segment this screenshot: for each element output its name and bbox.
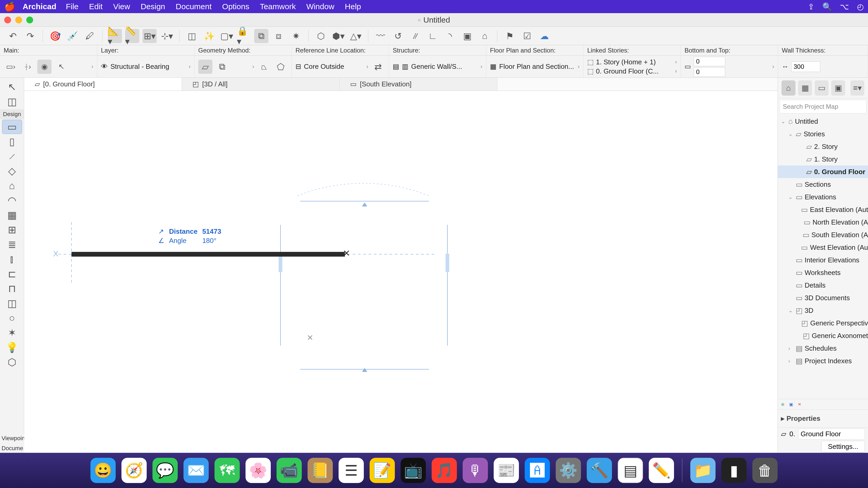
spotlight-icon[interactable]: 🔍 bbox=[822, 2, 832, 11]
tree-interior-elevations[interactable]: ▭Interior Elevations bbox=[778, 254, 868, 266]
geometry-poly-icon[interactable]: ⬠ bbox=[274, 60, 288, 74]
upload-icon[interactable]: ⇪ bbox=[808, 2, 814, 11]
dock-settings[interactable]: ⚙️ bbox=[556, 458, 581, 483]
menu-help[interactable]: Help bbox=[345, 2, 361, 11]
fp-section-selector[interactable]: ▦ Floor Plan and Section... › bbox=[486, 56, 584, 77]
flip-icon[interactable]: ⇄ bbox=[371, 60, 385, 74]
redo-icon[interactable]: ↷ bbox=[23, 29, 37, 43]
dock-news[interactable]: 📰 bbox=[494, 458, 519, 483]
home-icon[interactable]: ⌂ bbox=[478, 29, 492, 43]
object-tool[interactable]: ✶ bbox=[2, 326, 22, 340]
chevron-right-icon[interactable]: › bbox=[772, 63, 774, 70]
tree-worksheets[interactable]: ▭Worksheets bbox=[778, 266, 868, 279]
dock-mail[interactable]: ✉️ bbox=[184, 458, 209, 483]
flag-icon[interactable]: ⚑ bbox=[503, 29, 517, 43]
window-tool[interactable]: ⊓ bbox=[2, 282, 22, 296]
arrow-tool[interactable]: ↖ bbox=[2, 80, 22, 94]
hex-dropdown-icon[interactable]: ⬢▾ bbox=[331, 29, 345, 43]
wall-mode-icon[interactable]: ▭› bbox=[4, 60, 18, 74]
tree-sections[interactable]: ▭Sections bbox=[778, 178, 868, 191]
roof-tool[interactable]: ⌂ bbox=[2, 178, 22, 193]
dock-notes[interactable]: 📝 bbox=[370, 458, 395, 483]
menu-view[interactable]: View bbox=[113, 2, 130, 11]
suspend-groups-icon[interactable]: ⧉ bbox=[254, 29, 269, 43]
wall-tool[interactable]: ▭ bbox=[2, 120, 22, 134]
morph-tool[interactable]: ⬡ bbox=[2, 355, 22, 369]
wall-segment-icon[interactable]: ⟊› bbox=[21, 60, 35, 74]
tree-schedules[interactable]: ›▤Schedules bbox=[778, 342, 868, 355]
menu-file[interactable]: File bbox=[66, 2, 78, 11]
tree-project-indexes[interactable]: ›▤Project Indexes bbox=[778, 355, 868, 367]
pointer-icon[interactable]: ↖ bbox=[54, 60, 68, 74]
tree-3d-documents[interactable]: ▭3D Documents bbox=[778, 292, 868, 304]
dock-music[interactable]: 🎵 bbox=[432, 458, 457, 483]
menu-design[interactable]: Design bbox=[141, 2, 165, 11]
brush-icon[interactable]: 🖊 bbox=[83, 29, 97, 43]
slab-tool[interactable]: ◇ bbox=[2, 164, 22, 178]
viewpoint-name[interactable]: Ground Floor bbox=[798, 429, 865, 440]
split-icon[interactable]: ⫽ bbox=[408, 29, 423, 43]
control-center-icon[interactable]: ⌥ bbox=[840, 2, 849, 11]
tab-south-elevation[interactable]: ▭ [South Elevation] bbox=[340, 78, 497, 91]
mesh-tool[interactable]: ▦ bbox=[2, 208, 22, 222]
tree-3d[interactable]: ⌄◰3D bbox=[778, 304, 868, 317]
railing-tool[interactable]: ⫿ bbox=[2, 252, 22, 266]
picker-icon[interactable]: 🎯 bbox=[48, 29, 62, 43]
tree-axonometry[interactable]: ◰Generic Axonomet bbox=[778, 329, 868, 342]
menu-teamwork[interactable]: Teamwork bbox=[260, 2, 296, 11]
clone-view-icon[interactable]: ▣ bbox=[789, 402, 793, 407]
menu-window[interactable]: Window bbox=[306, 2, 334, 11]
dock-appstore[interactable]: 🅰 bbox=[525, 458, 550, 483]
tree-west-elevation[interactable]: ▭West Elevation (Au bbox=[778, 241, 868, 254]
grid-icon[interactable]: ⊹▾ bbox=[160, 29, 174, 43]
dock-downloads[interactable]: 📁 bbox=[690, 458, 716, 483]
dock-podcasts[interactable]: 🎙 bbox=[463, 458, 488, 483]
view-map-icon[interactable]: ▦ bbox=[798, 80, 812, 96]
ruler-icon[interactable]: 📏▾ bbox=[125, 29, 139, 43]
project-map-icon[interactable]: ⌂ bbox=[781, 80, 796, 96]
refline-selector[interactable]: ⊟ Core Outside › ⇄ bbox=[292, 56, 389, 77]
tree-story-1[interactable]: ▱1. Story bbox=[778, 153, 868, 165]
tab-3d[interactable]: ◰ [3D / All] bbox=[182, 78, 340, 91]
cloud-icon[interactable]: ☁ bbox=[537, 29, 552, 43]
dock-contacts[interactable]: 📒 bbox=[308, 458, 333, 483]
dock-maps[interactable]: 🗺 bbox=[215, 458, 240, 483]
home-story-bottom[interactable]: ⬚ 0. Ground Floor (C... › bbox=[587, 67, 677, 75]
stair-tool[interactable]: ≣ bbox=[2, 237, 22, 252]
cube-dropdown-icon[interactable]: ▢▾ bbox=[219, 29, 234, 43]
dock-reminders[interactable]: ☰ bbox=[339, 458, 364, 483]
dock-tv[interactable]: 📺 bbox=[401, 458, 426, 483]
menu-options[interactable]: Options bbox=[222, 2, 249, 11]
marquee-tool[interactable]: ◫ bbox=[2, 95, 22, 109]
close-button[interactable] bbox=[4, 17, 11, 23]
app-name[interactable]: Archicad bbox=[23, 2, 56, 11]
tree-east-elevation[interactable]: ▭East Elevation (Aut bbox=[778, 203, 868, 216]
home-story-top[interactable]: ⬚ 1. Story (Home + 1) › bbox=[587, 58, 677, 66]
zoom-button[interactable] bbox=[26, 17, 33, 23]
geometry-boxes-icon[interactable]: ⧉ bbox=[215, 60, 229, 74]
tree-root[interactable]: ⌄⌂Untitled bbox=[778, 115, 868, 128]
checklist-icon[interactable]: ☑ bbox=[520, 29, 534, 43]
tree-stories[interactable]: ⌄▱Stories bbox=[778, 128, 868, 140]
bezier-icon[interactable]: 〰 bbox=[374, 29, 388, 43]
dock-facetime[interactable]: 📹 bbox=[277, 458, 302, 483]
dock-photos[interactable]: 🌸 bbox=[246, 458, 271, 483]
trace-icon[interactable]: ↺ bbox=[391, 29, 405, 43]
drawing-canvas[interactable]: X ✕ ✕ ↗ Distance 51473 ∠ Angle 180° bbox=[24, 91, 778, 453]
layer-selector[interactable]: 👁 Structural - Bearing › bbox=[97, 56, 194, 77]
lock-dropdown-icon[interactable]: 🔒▾ bbox=[237, 29, 251, 43]
top-elevation-input[interactable] bbox=[694, 57, 725, 66]
syringe-icon[interactable]: 💉 bbox=[65, 29, 80, 43]
chevron-right-icon[interactable]: › bbox=[91, 63, 93, 70]
tree-elevations[interactable]: ⌄▭Elevations bbox=[778, 191, 868, 203]
dock-trash[interactable]: 🗑 bbox=[752, 458, 778, 483]
shell-tool[interactable]: ◠ bbox=[2, 193, 22, 207]
tree-story-0[interactable]: ▱0. Ground Floor bbox=[778, 165, 868, 178]
panel-menu-icon[interactable]: ≡▾ bbox=[850, 80, 864, 96]
lamp-tool[interactable]: 💡 bbox=[2, 340, 22, 355]
tree-north-elevation[interactable]: ▭North Elevation (A bbox=[778, 216, 868, 228]
menu-edit[interactable]: Edit bbox=[89, 2, 103, 11]
tree-perspective[interactable]: ◰Generic Perspectiv bbox=[778, 317, 868, 329]
apple-menu-icon[interactable]: 🍎 bbox=[4, 1, 15, 12]
dash-hex-icon[interactable]: ⬡ bbox=[314, 29, 328, 43]
